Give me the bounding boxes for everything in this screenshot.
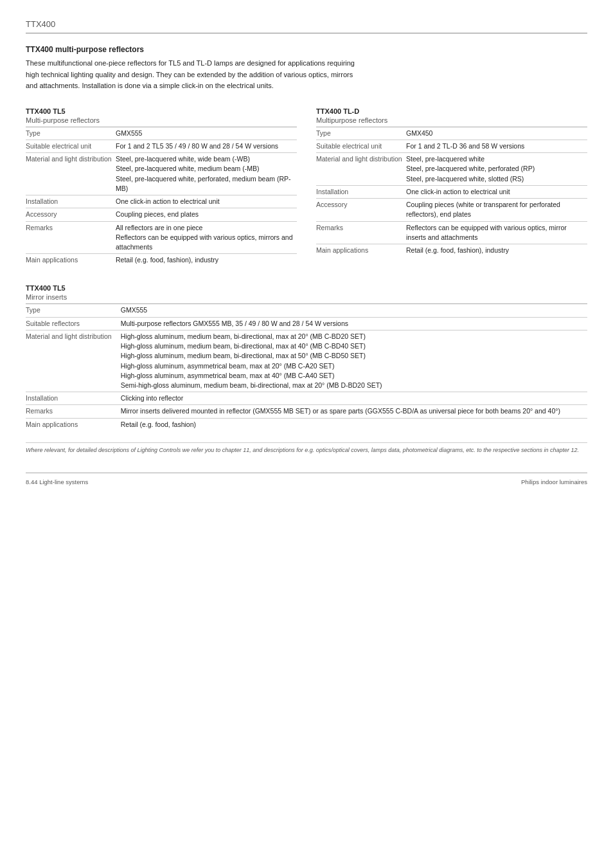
row-label: Main applications	[26, 418, 121, 431]
table-row: Main applicationsRetail (e.g. food, fash…	[26, 254, 297, 267]
row-label: Material and light distribution	[26, 330, 121, 392]
row-value: Retail (e.g. food, fashion)	[121, 418, 587, 431]
row-value: Coupling pieces, end plates	[116, 208, 297, 221]
tld-mp-block: TTX400 TL-D Multipurpose reflectors Type…	[316, 107, 587, 257]
row-label: Type	[316, 127, 406, 140]
intro-text: These multifunctional one-piece reflecto…	[26, 58, 360, 92]
table-row: Material and light distributionHigh-glos…	[26, 330, 587, 392]
row-label: Suitable electrical unit	[316, 140, 406, 153]
tl5-mirror-table: TypeGMX555Suitable reflectorsMulti-purpo…	[26, 303, 587, 430]
table-row: RemarksReflectors can be equipped with v…	[316, 221, 587, 244]
tl5-mirror-subtitle: TTX400 TL5	[26, 284, 587, 292]
row-value: Clicking into reflector	[121, 392, 587, 405]
row-value: Reflectors can be equipped with various …	[406, 221, 587, 244]
row-value: Steel, pre-lacquered white, wide beam (-…	[116, 153, 297, 195]
row-label: Main applications	[26, 254, 116, 267]
row-value: GMX555	[116, 127, 297, 140]
row-label: Accessory	[26, 208, 116, 221]
table-row: AccessoryCoupling pieces, end plates	[26, 208, 297, 221]
row-label: Installation	[26, 195, 116, 208]
table-row: Main applicationsRetail (e.g. food, fash…	[316, 244, 587, 257]
footer-right: Philips indoor luminaires	[521, 478, 587, 485]
tl5-mp-subtitle: TTX400 TL5	[26, 107, 297, 115]
tl5-mp-block: TTX400 TL5 Multi-purpose reflectors Type…	[26, 107, 297, 267]
tl5-mp-heading: Multi-purpose reflectors	[26, 116, 297, 124]
row-value: Coupling pieces (white or transparent fo…	[406, 199, 587, 221]
tld-mp-table: TypeGMX450Suitable electrical unitFor 1 …	[316, 127, 587, 257]
page-title: TTX400	[26, 19, 55, 29]
row-value: Retail (e.g. food, fashion), industry	[406, 244, 587, 257]
row-label: Remarks	[26, 221, 116, 254]
row-value: Retail (e.g. food, fashion), industry	[116, 254, 297, 267]
tld-mp-heading: Multipurpose reflectors	[316, 116, 587, 124]
table-row: InstallationOne click-in action to elect…	[26, 195, 297, 208]
table-row: TypeGMX555	[26, 127, 297, 140]
table-row: TypeGMX450	[316, 127, 587, 140]
row-value: All reflectors are in one pieceReflector…	[116, 221, 297, 254]
row-label: Remarks	[316, 221, 406, 244]
row-label: Suitable electrical unit	[26, 140, 116, 153]
row-label: Main applications	[316, 244, 406, 257]
row-label: Remarks	[26, 405, 121, 418]
page-header: TTX400	[26, 19, 587, 33]
table-row: Suitable reflectorsMulti-purpose reflect…	[26, 317, 587, 330]
table-row: TypeGMX555	[26, 304, 587, 317]
row-value: Steel, pre-lacquered whiteSteel, pre-lac…	[406, 153, 587, 186]
row-label: Type	[26, 304, 121, 317]
row-value: One click-in action to electrical unit	[406, 185, 587, 198]
tld-mp-subtitle: TTX400 TL-D	[316, 107, 587, 115]
mp-reflectors-row: TTX400 TL5 Multi-purpose reflectors Type…	[26, 107, 587, 267]
table-row: Material and light distributionSteel, pr…	[26, 153, 297, 195]
tl5-mp-table: TypeGMX555Suitable electrical unitFor 1 …	[26, 127, 297, 267]
table-row: InstallationClicking into reflector	[26, 392, 587, 405]
table-row: RemarksAll reflectors are in one pieceRe…	[26, 221, 297, 254]
table-row: RemarksMirror inserts delivered mounted …	[26, 405, 587, 418]
tl5-mirror-heading: Mirror inserts	[26, 293, 587, 301]
row-value: Multi-purpose reflectors GMX555 MB, 35 /…	[121, 317, 587, 330]
row-label: Material and light distribution	[316, 153, 406, 186]
row-label: Type	[26, 127, 116, 140]
section-title: TTX400 multi-purpose reflectors	[26, 45, 587, 54]
row-label: Accessory	[316, 199, 406, 221]
row-value: Mirror inserts delivered mounted in refl…	[121, 405, 587, 418]
row-value: For 1 and 2 TL-D 36 and 58 W versions	[406, 140, 587, 153]
page-footer: 8.44 Light-line systems Philips indoor l…	[26, 473, 587, 485]
footer-left: 8.44 Light-line systems	[26, 478, 88, 485]
table-row: Suitable electrical unitFor 1 and 2 TL5 …	[26, 140, 297, 153]
row-value: One click-in action to electrical unit	[116, 195, 297, 208]
row-label: Material and light distribution	[26, 153, 116, 195]
row-label: Installation	[26, 392, 121, 405]
footnote: Where relevant, for detailed description…	[26, 442, 587, 453]
table-row: InstallationOne click-in action to elect…	[316, 185, 587, 198]
table-row: Main applicationsRetail (e.g. food, fash…	[26, 418, 587, 431]
row-value: GMX450	[406, 127, 587, 140]
row-value: For 1 and 2 TL5 35 / 49 / 80 W and 28 / …	[116, 140, 297, 153]
table-row: AccessoryCoupling pieces (white or trans…	[316, 199, 587, 221]
row-value: GMX555	[121, 304, 587, 317]
row-label: Suitable reflectors	[26, 317, 121, 330]
row-value: High-gloss aluminum, medium beam, bi-dir…	[121, 330, 587, 392]
row-label: Installation	[316, 185, 406, 198]
table-row: Suitable electrical unitFor 1 and 2 TL-D…	[316, 140, 587, 153]
mirror-block: TTX400 TL5 Mirror inserts TypeGMX555Suit…	[26, 284, 587, 430]
table-row: Material and light distributionSteel, pr…	[316, 153, 587, 186]
